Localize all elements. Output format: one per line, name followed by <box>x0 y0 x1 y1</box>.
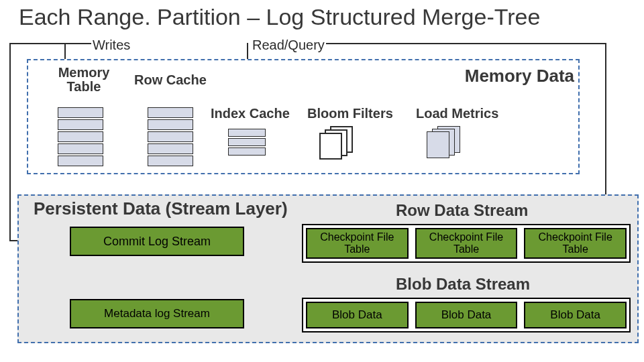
checkpoint-file-table: Checkpoint File Table <box>306 228 409 259</box>
load-metrics-icon <box>427 126 467 162</box>
checkpoint-file-table: Checkpoint File Table <box>415 228 518 259</box>
readquery-arrow-v <box>247 43 248 60</box>
metadata-log-stream: Metadata log Stream <box>70 299 244 328</box>
memory-data-label: Memory Data <box>465 66 574 86</box>
blob-data-stream-label: Blob Data Stream <box>396 275 530 294</box>
memory-table-label: Memory Table <box>47 66 121 94</box>
checkpoint-file-table: Checkpoint File Table <box>524 228 627 259</box>
index-cache-icon <box>228 129 274 157</box>
persistent-data-title: Persistent Data (Stream Layer) <box>34 198 288 219</box>
index-cache-label: Index Cache <box>211 106 290 121</box>
writes-label: Writes <box>93 38 130 53</box>
row-cache-label: Row Cache <box>134 72 207 88</box>
commit-log-stream: Commit Log Stream <box>70 227 244 256</box>
blob-data-stream-container: Blob Data Blob Data Blob Data <box>302 298 631 333</box>
blob-data-cell: Blob Data <box>306 302 409 328</box>
bloom-filters-label: Bloom Filters <box>307 106 393 121</box>
blob-data-cell: Blob Data <box>524 302 627 328</box>
row-data-stream-container: Checkpoint File Table Checkpoint File Ta… <box>302 224 631 263</box>
load-metrics-label: Load Metrics <box>416 106 498 121</box>
row-cache-icon <box>148 107 193 168</box>
bloom-filters-icon <box>319 126 360 162</box>
read-query-label: Read/Query <box>252 38 325 53</box>
row-data-stream-label: Row Data Stream <box>396 201 528 220</box>
memory-table-icon <box>58 107 103 168</box>
writes-arrow-v-outer <box>9 43 11 241</box>
readquery-arrow-h <box>326 43 606 44</box>
slide-title: Each Range. Partition – Log Structured M… <box>19 4 540 30</box>
blob-data-cell: Blob Data <box>415 302 518 328</box>
writes-arrow-h1 <box>64 43 91 44</box>
writes-arrow-h0 <box>9 43 64 44</box>
